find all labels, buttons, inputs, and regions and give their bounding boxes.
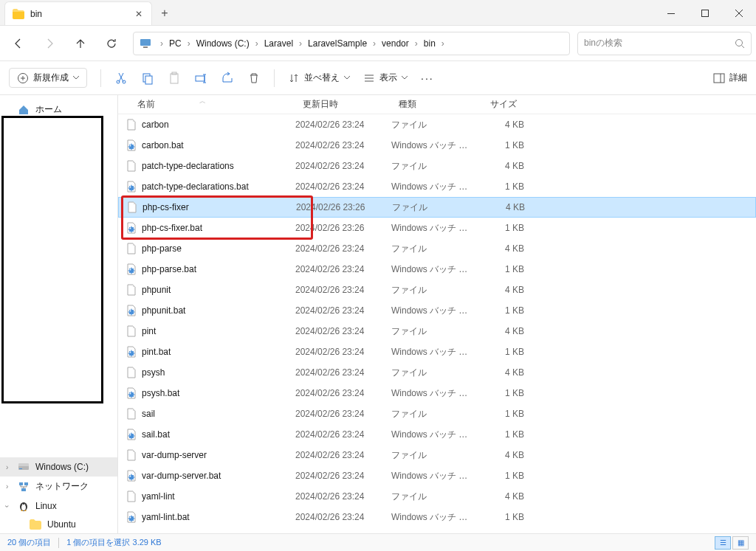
file-size: 1 KB [472,140,524,150]
refresh-button[interactable] [97,30,126,57]
close-button[interactable] [722,1,756,25]
sidebar-item-linux[interactable]: › Linux [0,496,117,516]
sort-ascending-icon: ︿ [199,97,206,106]
file-row[interactable]: phpunit.bat2024/02/26 23:24Windows バッチ フ… [118,300,756,321]
folder-icon [30,519,41,530]
file-row[interactable]: php-parse.bat2024/02/26 23:24Windows バッチ… [118,259,756,280]
column-type[interactable]: 種類 [391,98,472,111]
file-row[interactable]: pint2024/02/26 23:24ファイル4 KB [118,321,756,342]
new-button[interactable]: 新規作成 [9,68,87,88]
file-row[interactable]: patch-type-declarations2024/02/26 23:24フ… [118,156,756,176]
copy-icon[interactable] [141,72,154,85]
chevron-right-icon[interactable]: › [6,482,8,491]
column-name[interactable]: 名前︿ [118,98,295,111]
file-row[interactable]: carbon2024/02/26 23:24ファイル4 KB [118,114,756,135]
sort-button[interactable]: 並べ替え [288,72,350,84]
more-button[interactable]: ··· [421,72,434,84]
breadcrumb-segment[interactable]: vendor [379,32,412,55]
thumbnails-view-button[interactable]: ▦ [732,536,749,550]
file-name: var-dump-server [142,450,207,460]
up-button[interactable] [66,30,94,57]
file-type: ファイル [391,325,472,338]
file-row[interactable]: psysh.bat2024/02/26 23:24Windows バッチ ファ.… [118,383,756,403]
file-row[interactable]: sail2024/02/26 23:24ファイル1 KB [118,403,756,424]
file-size: 1 KB [472,409,524,419]
chevron-right-icon[interactable]: › [6,463,8,471]
column-date[interactable]: 更新日時 [295,98,391,111]
file-row[interactable]: sail.bat2024/02/26 23:24Windows バッチ ファ..… [118,424,756,445]
breadcrumb-segment[interactable]: LaravelSample [305,32,370,55]
forward-button[interactable] [35,30,63,57]
file-row[interactable]: php-cs-fixer2024/02/26 23:26ファイル4 KB [118,197,756,218]
file-row[interactable]: carbon.bat2024/02/26 23:24Windows バッチ ファ… [118,135,756,156]
file-list: 名前︿ 更新日時 種類 サイズ carbon2024/02/26 23:24ファ… [118,95,756,533]
back-button[interactable] [4,30,32,57]
cut-icon[interactable] [114,72,128,85]
details-label[interactable]: 詳細 [729,72,747,84]
breadcrumb-segment[interactable]: Laravel [261,32,296,55]
column-size[interactable]: サイズ [472,98,524,111]
main-area: ホーム ギャラリー › Windows (C:) › ネットワーク › Linu… [0,95,756,533]
chevron-right-icon[interactable]: › [412,38,421,49]
share-icon[interactable] [221,72,234,85]
chevron-down-icon[interactable]: › [3,505,11,507]
breadcrumb-segment[interactable]: PC [166,32,185,55]
sidebar-item-network[interactable]: › ネットワーク [0,477,117,496]
breadcrumb[interactable]: › PC›Windows (C:)›Laravel›LaravelSample›… [133,32,570,55]
sidebar-item-ubuntu[interactable]: Ubuntu [0,516,117,533]
file-row[interactable]: pint.bat2024/02/26 23:24Windows バッチ ファ..… [118,342,756,362]
chevron-right-icon[interactable]: › [370,38,379,49]
view-label: 表示 [379,72,397,84]
file-name: carbon [142,119,169,130]
file-name: php-parse.bat [142,264,196,274]
file-row[interactable]: php-cs-fixer.bat2024/02/26 23:26Windows … [118,218,756,238]
file-type: Windows バッチ ファ... [391,511,472,524]
linux-icon [18,500,30,512]
file-date: 2024/02/26 23:24 [295,119,391,130]
sidebar-item-windows-c[interactable]: › Windows (C:) [0,457,117,477]
file-row[interactable]: yaml-lint2024/02/26 23:24ファイル4 KB [118,486,756,507]
new-tab-button[interactable]: + [152,1,177,25]
file-name: psysh.bat [142,388,179,398]
chevron-right-icon[interactable]: › [185,38,193,49]
chevron-right-icon[interactable]: › [157,38,166,49]
file-row[interactable]: var-dump-server2024/02/26 23:24ファイル4 KB [118,445,756,465]
view-button[interactable]: 表示 [363,72,408,84]
chevron-right-icon[interactable]: › [252,38,261,49]
maximize-button[interactable] [688,1,722,25]
file-type: Windows バッチ ファ... [391,305,472,317]
file-name: pint [142,326,156,336]
svg-rect-2 [140,39,151,46]
paste-icon[interactable] [168,72,181,85]
separator [100,69,101,87]
file-row[interactable]: psysh2024/02/26 23:24ファイル4 KB [118,362,756,383]
breadcrumb-segment[interactable]: Windows (C:) [193,32,252,55]
file-type: ファイル [391,491,472,503]
file-date: 2024/02/26 23:24 [295,471,391,481]
details-view-button[interactable]: ☰ [715,536,731,550]
file-size: 4 KB [472,161,524,171]
tab-close-button[interactable]: ✕ [132,7,145,21]
file-row[interactable]: var-dump-server.bat2024/02/26 23:24Windo… [118,465,756,486]
tab-current[interactable]: bin ✕ [4,1,152,25]
file-row[interactable]: phpunit2024/02/26 23:24ファイル4 KB [118,280,756,300]
breadcrumb-segment[interactable]: bin [421,32,439,55]
file-row[interactable]: yaml-lint.bat2024/02/26 23:24Windows バッチ… [118,507,756,527]
svg-point-4 [736,39,743,46]
file-date: 2024/02/26 23:24 [295,140,391,150]
file-row[interactable]: patch-type-declarations.bat2024/02/26 23… [118,176,756,197]
svg-point-25 [24,504,26,505]
delete-icon[interactable] [247,72,261,85]
chevron-down-icon [344,76,350,80]
chevron-right-icon[interactable]: › [439,38,447,49]
minimize-button[interactable] [654,1,688,25]
file-type: ファイル [391,449,472,462]
rename-icon[interactable] [194,72,207,85]
pc-icon[interactable] [137,32,157,55]
search-icon [735,38,745,49]
svg-point-23 [21,505,26,510]
svg-rect-3 [143,46,148,48]
chevron-right-icon[interactable]: › [296,38,305,49]
file-row[interactable]: php-parse2024/02/26 23:24ファイル4 KB [118,238,756,259]
search-input[interactable]: binの検索 [577,32,752,55]
